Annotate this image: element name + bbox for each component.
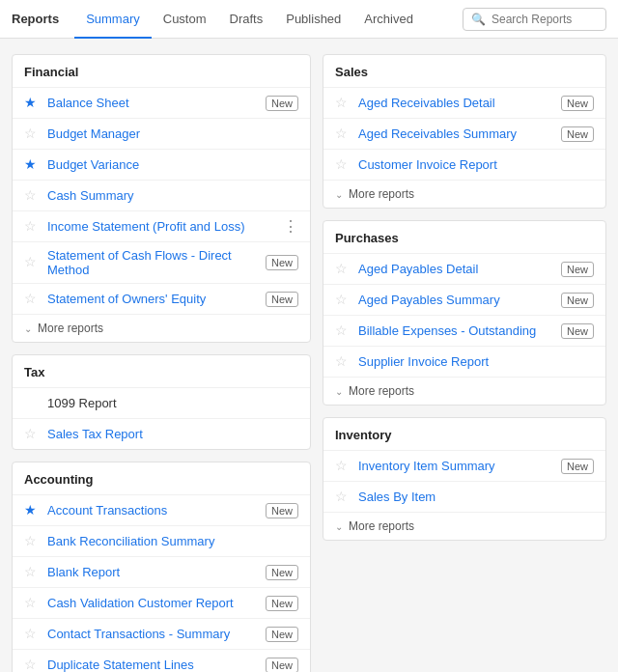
star-icon[interactable]: ☆ xyxy=(335,459,351,474)
report-name: Contact Transactions - Summary xyxy=(47,627,258,641)
report-name: Supplier Invoice Report xyxy=(358,354,594,369)
inventory-section: Inventory ☆ Inventory Item Summary New ☆… xyxy=(323,417,606,541)
search-box[interactable]: 🔍 xyxy=(463,8,606,31)
report-name: Inventory Item Summary xyxy=(358,459,553,473)
list-item[interactable]: ☆ Cash Validation Customer Report New xyxy=(13,587,310,618)
new-badge: New xyxy=(266,627,298,642)
star-icon[interactable]: ☆ xyxy=(335,323,351,339)
financial-more-button[interactable]: ⌄ More reports xyxy=(13,314,310,342)
list-item[interactable]: ☆ Billable Expenses - Outstanding New xyxy=(323,315,605,346)
new-badge: New xyxy=(561,293,594,308)
report-name: Sales Tax Report xyxy=(47,427,298,441)
report-name: Aged Receivables Summary xyxy=(358,126,553,141)
star-icon[interactable]: ☆ xyxy=(24,596,40,611)
sales-title: Sales xyxy=(323,55,605,87)
star-icon[interactable]: ☆ xyxy=(335,490,351,505)
new-badge: New xyxy=(266,658,298,673)
col-left: Financial ★ Balance Sheet New ☆ Budget M… xyxy=(12,54,311,672)
nav-tabs: Summary Custom Drafts Published Archived xyxy=(74,0,463,38)
tab-summary[interactable]: Summary xyxy=(74,0,152,39)
star-icon[interactable]: ☆ xyxy=(335,157,351,173)
chevron-down-icon: ⌄ xyxy=(335,386,343,397)
star-icon[interactable]: ☆ xyxy=(24,219,40,235)
star-icon[interactable]: ☆ xyxy=(24,658,40,673)
more-options-icon[interactable]: ⋮ xyxy=(283,217,298,236)
new-badge: New xyxy=(561,323,594,339)
star-icon[interactable]: ☆ xyxy=(335,293,351,308)
chevron-down-icon: ⌄ xyxy=(335,521,343,532)
more-label: More reports xyxy=(349,519,414,533)
list-item[interactable]: ★ Balance Sheet New xyxy=(13,87,310,118)
report-name: Aged Payables Summary xyxy=(358,293,553,307)
star-icon[interactable]: ☆ xyxy=(335,96,351,111)
list-item[interactable]: ☆ Customer Invoice Report xyxy=(323,149,605,180)
star-icon[interactable]: ☆ xyxy=(24,534,40,549)
list-item[interactable]: ☆ Aged Payables Summary New xyxy=(323,284,605,315)
list-item[interactable]: ☆ Statement of Owners' Equity New xyxy=(13,283,310,314)
more-label: More reports xyxy=(38,322,103,335)
col-right: Sales ☆ Aged Receivables Detail New ☆ Ag… xyxy=(323,54,606,672)
list-item[interactable]: ☆ Aged Receivables Summary New xyxy=(323,118,605,149)
star-icon[interactable]: ☆ xyxy=(335,262,351,277)
star-icon[interactable]: ★ xyxy=(24,503,40,518)
list-item[interactable]: ☆ Sales Tax Report xyxy=(13,418,310,449)
list-item[interactable]: ☆ Sales By Item xyxy=(323,481,605,512)
list-item[interactable]: ☆ Cash Summary xyxy=(13,180,310,210)
new-badge: New xyxy=(266,565,298,580)
more-label: More reports xyxy=(349,187,414,201)
star-icon[interactable]: ☆ xyxy=(335,354,351,370)
list-item[interactable]: ☆ Aged Payables Detail New xyxy=(323,253,605,284)
star-icon[interactable]: ☆ xyxy=(24,565,40,580)
list-item[interactable]: ☆ Bank Reconciliation Summary xyxy=(13,525,310,556)
sales-more-button[interactable]: ⌄ More reports xyxy=(323,180,605,208)
main-content: Financial ★ Balance Sheet New ☆ Budget M… xyxy=(0,39,618,672)
list-item[interactable]: ☆ 1099 Report xyxy=(13,387,310,418)
new-badge: New xyxy=(561,262,594,277)
accounting-title: Accounting xyxy=(13,462,310,494)
top-nav: Reports Summary Custom Drafts Published … xyxy=(0,0,618,39)
report-name: Budget Variance xyxy=(47,157,298,172)
search-icon: 🔍 xyxy=(471,13,486,26)
tab-custom[interactable]: Custom xyxy=(152,0,218,39)
star-icon[interactable]: ★ xyxy=(24,157,40,173)
purchases-title: Purchases xyxy=(323,221,605,253)
list-item[interactable]: ☆ Supplier Invoice Report xyxy=(323,346,605,377)
star-icon[interactable]: ★ xyxy=(24,96,40,111)
star-icon[interactable]: ☆ xyxy=(24,292,40,307)
star-icon[interactable]: ☆ xyxy=(24,126,40,142)
financial-section: Financial ★ Balance Sheet New ☆ Budget M… xyxy=(12,54,311,343)
search-input[interactable] xyxy=(492,13,598,26)
list-item[interactable]: ☆ Budget Manager xyxy=(13,118,310,149)
star-icon[interactable]: ☆ xyxy=(24,427,40,442)
accounting-section: Accounting ★ Account Transactions New ☆ … xyxy=(12,462,311,672)
purchases-section: Purchases ☆ Aged Payables Detail New ☆ A… xyxy=(323,220,606,406)
star-icon[interactable]: ☆ xyxy=(24,255,40,270)
new-badge: New xyxy=(266,96,298,111)
tab-published[interactable]: Published xyxy=(274,0,352,39)
purchases-more-button[interactable]: ⌄ More reports xyxy=(323,377,605,405)
report-name: Aged Payables Detail xyxy=(358,262,553,276)
chevron-down-icon: ⌄ xyxy=(24,323,32,334)
inventory-more-button[interactable]: ⌄ More reports xyxy=(323,512,605,540)
list-item[interactable]: ★ Account Transactions New xyxy=(13,494,310,525)
report-name: Balance Sheet xyxy=(47,96,258,110)
list-item[interactable]: ☆ Aged Receivables Detail New xyxy=(323,87,605,118)
star-icon[interactable]: ☆ xyxy=(24,627,40,642)
list-item[interactable]: ☆ Inventory Item Summary New xyxy=(323,450,605,481)
star-icon[interactable]: ☆ xyxy=(24,188,40,204)
list-item[interactable]: ☆ Blank Report New xyxy=(13,556,310,587)
tab-drafts[interactable]: Drafts xyxy=(218,0,275,39)
list-item[interactable]: ☆ Income Statement (Profit and Loss) ⋮ xyxy=(13,210,310,241)
list-item[interactable]: ☆ Duplicate Statement Lines New xyxy=(13,649,310,672)
inventory-title: Inventory xyxy=(323,418,605,450)
report-name: Statement of Owners' Equity xyxy=(47,292,258,306)
report-name: Blank Report xyxy=(47,565,258,579)
chevron-down-icon: ⌄ xyxy=(335,189,343,200)
list-item[interactable]: ★ Budget Variance xyxy=(13,149,310,180)
list-item[interactable]: ☆ Contact Transactions - Summary New xyxy=(13,618,310,649)
tab-archived[interactable]: Archived xyxy=(352,0,425,39)
more-label: More reports xyxy=(349,384,414,398)
list-item[interactable]: ☆ Statement of Cash Flows - Direct Metho… xyxy=(13,241,310,283)
report-name: Account Transactions xyxy=(47,503,258,518)
star-icon[interactable]: ☆ xyxy=(335,126,351,142)
